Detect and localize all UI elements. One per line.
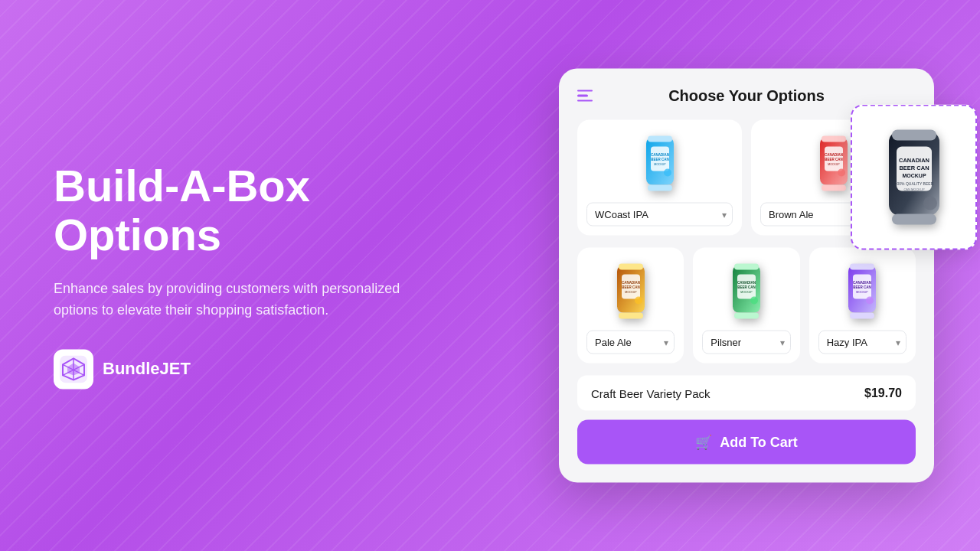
- product-image-paleale: CANADIAN BEER CAN MOCKUP: [600, 257, 662, 326]
- svg-rect-8: [648, 185, 672, 191]
- svg-text:BEER CAN: BEER CAN: [622, 285, 640, 289]
- svg-text:BEER CAN: BEER CAN: [651, 158, 669, 161]
- can-brownale-icon: CANADIAN BEER CAN MOCKUP: [814, 133, 854, 194]
- svg-text:CANADIAN: CANADIAN: [651, 153, 669, 157]
- brand-logo-icon: [60, 356, 87, 383]
- svg-text:BEER CAN: BEER CAN: [825, 158, 843, 161]
- select-wrapper-hazyipa[interactable]: Hazy IPA Pilsner Brown Ale: [818, 331, 906, 354]
- svg-text:CANADIAN: CANADIAN: [622, 281, 640, 285]
- product-wcoast: CANADIAN BEER CAN MOCKUP WCoast IPA Pal: [577, 120, 742, 236]
- svg-point-47: [750, 297, 758, 305]
- bundle-summary: Craft Beer Variety Pack $19.70: [577, 376, 916, 411]
- svg-point-31: [923, 197, 937, 210]
- svg-rect-50: [850, 313, 874, 319]
- svg-rect-23: [892, 130, 936, 141]
- product-image-hazyipa: CANADIAN BEER CAN MOCKUP: [831, 257, 893, 326]
- add-to-cart-label: Add To Cart: [720, 434, 798, 450]
- top-product-row: CANADIAN BEER CAN MOCKUP WCoast IPA Pal: [577, 120, 916, 236]
- svg-rect-33: [619, 264, 643, 270]
- svg-text:100% QUALITY BEER: 100% QUALITY BEER: [894, 181, 933, 186]
- select-wrapper-wcoast[interactable]: WCoast IPA Pale Ale Brown Ale: [586, 203, 733, 227]
- svg-text:CANADIAN: CANADIAN: [853, 281, 871, 285]
- subtitle-text: Enhance sales by providing customers wit…: [54, 278, 406, 322]
- card-title: Choose Your Options: [605, 87, 888, 105]
- menu-icon[interactable]: [577, 90, 593, 102]
- add-to-cart-button[interactable]: 🛒 Add To Cart: [577, 420, 916, 465]
- svg-text:MOCKUP: MOCKUP: [740, 291, 753, 294]
- bottom-product-row: CANADIAN BEER CAN MOCKUP Pale Ale WCoas: [577, 248, 916, 364]
- product-image-pilsner: CANADIAN BEER CAN MOCKUP: [716, 257, 777, 326]
- brand-section: BundleJET: [54, 350, 406, 390]
- preview-card: CANADIAN BEER CAN MOCKUP 100% QUALITY BE…: [851, 105, 977, 250]
- brand-name-text: BundleJET: [103, 360, 191, 380]
- can-wcoast-icon: CANADIAN BEER CAN MOCKUP: [640, 133, 680, 194]
- select-wrapper-paleale[interactable]: Pale Ale WCoast IPA Brown Ale: [586, 331, 675, 354]
- bundle-price: $19.70: [864, 386, 902, 400]
- svg-text:MOCKUP: MOCKUP: [902, 173, 926, 178]
- product-image-wcoast: CANADIAN BEER CAN MOCKUP: [629, 129, 691, 198]
- svg-text:CANADIAN: CANADIAN: [899, 157, 929, 164]
- svg-rect-34: [619, 313, 643, 319]
- main-title: Build-A-Box Options: [54, 161, 406, 259]
- svg-text:BEER CAN: BEER CAN: [899, 165, 929, 171]
- svg-rect-42: [734, 313, 759, 319]
- svg-point-13: [664, 169, 671, 177]
- select-hazyipa[interactable]: Hazy IPA Pilsner Brown Ale: [818, 331, 906, 354]
- can-hazyipa-icon: CANADIAN BEER CAN MOCKUP: [842, 261, 882, 322]
- product-hazyipa: CANADIAN BEER CAN MOCKUP Hazy IPA Pilsn: [809, 248, 916, 364]
- svg-rect-7: [648, 136, 672, 142]
- svg-text:CANADIAN: CANADIAN: [825, 153, 843, 157]
- svg-text:BEER CAN: BEER CAN: [737, 285, 756, 289]
- svg-rect-16: [822, 185, 846, 191]
- select-wcoast[interactable]: WCoast IPA Pale Ale Brown Ale: [586, 203, 733, 227]
- select-paleale[interactable]: Pale Ale WCoast IPA Brown Ale: [586, 331, 675, 354]
- brand-logo: [54, 350, 93, 390]
- svg-rect-15: [822, 136, 846, 142]
- select-pilsner[interactable]: Pilsner Pale Ale Hazy IPA: [702, 331, 790, 354]
- svg-text:BEER CAN: BEER CAN: [854, 285, 872, 289]
- svg-text:MOCKUP: MOCKUP: [857, 291, 869, 294]
- can-paleale-icon: CANADIAN BEER CAN MOCKUP: [611, 261, 651, 322]
- can-pilsner-icon: CANADIAN BEER CAN MOCKUP: [727, 261, 766, 322]
- svg-point-21: [838, 169, 845, 177]
- svg-text:CAN MOCKUP: CAN MOCKUP: [903, 187, 924, 191]
- svg-rect-24: [892, 214, 936, 225]
- svg-text:MOCKUP: MOCKUP: [654, 163, 666, 166]
- select-wrapper-pilsner[interactable]: Pilsner Pale Ale Hazy IPA: [702, 331, 790, 354]
- product-paleale: CANADIAN BEER CAN MOCKUP Pale Ale WCoas: [577, 248, 684, 364]
- svg-text:MOCKUP: MOCKUP: [828, 163, 840, 166]
- preview-can-icon: CANADIAN BEER CAN MOCKUP 100% QUALITY BE…: [880, 124, 949, 231]
- product-card: Choose Your Options CANADIAN BEER CAN MO…: [559, 69, 934, 483]
- cart-icon: 🛒: [695, 434, 712, 451]
- bundle-label: Craft Beer Variety Pack: [591, 386, 710, 399]
- svg-rect-49: [850, 264, 874, 270]
- product-pilsner: CANADIAN BEER CAN MOCKUP Pilsner Pale A: [693, 248, 799, 364]
- svg-point-55: [866, 297, 874, 305]
- left-section: Build-A-Box Options Enhance sales by pro…: [54, 161, 406, 389]
- svg-text:CANADIAN: CANADIAN: [737, 281, 756, 285]
- svg-point-39: [635, 297, 642, 305]
- card-header: Choose Your Options: [577, 87, 916, 105]
- svg-rect-41: [734, 264, 759, 270]
- svg-text:MOCKUP: MOCKUP: [625, 291, 637, 294]
